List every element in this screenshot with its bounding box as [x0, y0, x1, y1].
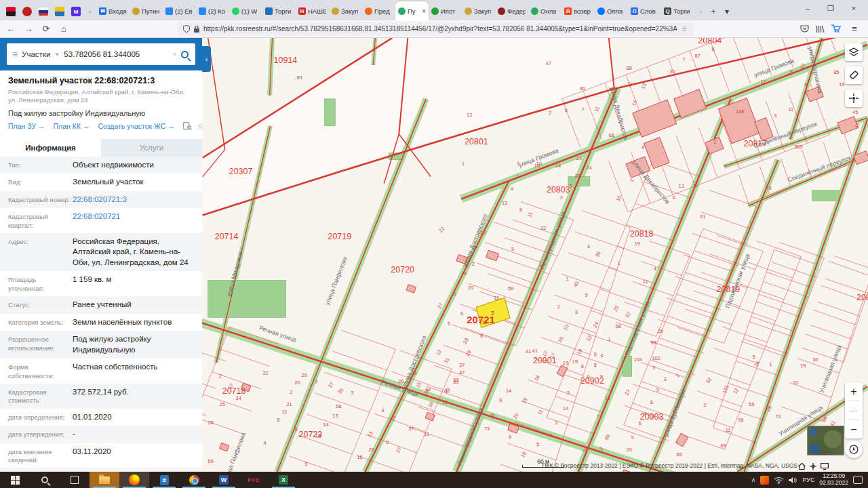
quarter-label-20818[interactable]: 20818: [630, 229, 654, 239]
tray-chevron-icon[interactable]: ∧: [751, 476, 756, 483]
taskbar-app-firefox[interactable]: [119, 472, 149, 488]
search-bar[interactable]: ≡ Участки ▼ 53.782056 81.344005 ×: [7, 43, 195, 65]
taskbar-app-chrome[interactable]: [179, 472, 209, 488]
wifi-icon[interactable]: [774, 476, 784, 484]
pinned-tab-0[interactable]: [3, 3, 19, 20]
quarter-label-20901[interactable]: 20901: [533, 356, 557, 365]
fullscreen-icon[interactable]: [821, 463, 829, 470]
browser-tab-5[interactable]: Торги: [262, 1, 296, 20]
taskbar-app-word[interactable]: W: [209, 472, 239, 488]
notification-center-icon[interactable]: [853, 476, 863, 484]
clear-search-icon[interactable]: ×: [173, 50, 177, 58]
chevron-down-icon[interactable]: ▼: [54, 52, 60, 58]
locate-button[interactable]: [845, 89, 863, 107]
sidebar-collapse-button[interactable]: ‹: [202, 46, 211, 72]
menu-icon[interactable]: ≡: [848, 24, 861, 34]
browser-tab-12[interactable]: Федер: [495, 1, 528, 20]
action-link-2[interactable]: Создать участок ЖС →: [98, 122, 174, 130]
action-link-0[interactable]: План ЗУ →: [8, 122, 45, 130]
quarter-label-20307[interactable]: 20307: [229, 167, 253, 176]
home-icon[interactable]: [798, 463, 806, 470]
search-input[interactable]: 53.782056 81.344005: [64, 50, 168, 58]
close-button[interactable]: ×: [842, 0, 865, 16]
browser-tab-17[interactable]: QТорги: [661, 1, 694, 20]
quarter-label-20723[interactable]: 20723: [299, 430, 323, 439]
quarter-label-20719[interactable]: 20719: [328, 232, 351, 241]
tab-information[interactable]: Информация: [0, 139, 101, 157]
bookmark-star-icon[interactable]: ☆: [681, 24, 688, 33]
tray-app-icon[interactable]: [760, 476, 769, 485]
browser-tab-2[interactable]: (2) Ев: [163, 1, 196, 20]
browser-tab-7[interactable]: Закуп: [329, 1, 362, 20]
browser-tab-16[interactable]: ПСлов: [628, 1, 661, 20]
layers-button[interactable]: [845, 43, 863, 61]
cart-extension-icon[interactable]: [831, 24, 841, 33]
reload-button[interactable]: ⟳: [39, 24, 53, 34]
quarter-label-10914[interactable]: 10914: [274, 56, 298, 65]
browser-tab-0[interactable]: ✉Входя: [96, 1, 130, 20]
quarter-label-20801[interactable]: 20801: [465, 137, 488, 146]
browser-tab-4[interactable]: (1) W: [229, 1, 262, 20]
browser-tab-13[interactable]: Онла: [528, 1, 561, 20]
taskbar-app-calculator[interactable]: ≣: [149, 472, 179, 488]
menu-hamburger-icon[interactable]: ≡: [12, 49, 18, 60]
browser-tab-9[interactable]: Пу×: [395, 1, 429, 20]
browser-tab-14[interactable]: Явозвр: [561, 1, 595, 20]
back-button[interactable]: ←: [4, 24, 18, 34]
quarter-label-20714[interactable]: 20714: [215, 232, 239, 241]
volume-icon[interactable]: [789, 476, 797, 484]
pinned-tab-2[interactable]: [35, 3, 52, 20]
library-icon[interactable]: [816, 25, 825, 33]
row-value[interactable]: 22:68:020721: [73, 211, 194, 230]
favorite-star-icon[interactable]: ☆: [197, 122, 202, 131]
compass-button[interactable]: [845, 441, 863, 458]
search-icon[interactable]: [181, 51, 189, 58]
home-button[interactable]: ⌂: [57, 24, 71, 34]
tab-scroll-left-icon[interactable]: ‹: [84, 3, 96, 20]
quarter-label-20903[interactable]: 20903: [640, 412, 664, 422]
taskbar-app-excel[interactable]: X: [269, 472, 298, 488]
doc-search-icon[interactable]: [183, 122, 192, 130]
browser-tab-10[interactable]: Ипот: [429, 1, 462, 20]
quarter-label-20804[interactable]: 20804: [698, 38, 722, 45]
url-bar[interactable]: https://pkk.rosreestr.ru/#/search/53.782…: [178, 22, 693, 36]
lock-icon[interactable]: [194, 26, 199, 33]
tab-services[interactable]: Услуги: [101, 139, 202, 157]
quarter-label-20718[interactable]: 20718: [222, 386, 246, 396]
task-view-button[interactable]: [60, 472, 90, 488]
browser-tab-6[interactable]: ННАШЕ ВОСПИ: [296, 1, 329, 20]
quarter-label-20720[interactable]: 20720: [391, 265, 414, 274]
action-link-1[interactable]: План КК →: [54, 122, 90, 130]
tab-close-icon[interactable]: ×: [422, 7, 426, 15]
map-canvas[interactable]: 3474626711881013143078786841382123111410…: [202, 38, 868, 472]
zoom-in-button[interactable]: +: [845, 382, 863, 401]
browser-tab-3[interactable]: (2) Ко: [196, 1, 229, 20]
extent-icon[interactable]: [810, 463, 816, 470]
basemap-thumbnail[interactable]: [807, 426, 844, 455]
start-button[interactable]: [0, 472, 30, 488]
quarter-label-20820[interactable]: 20820: [856, 293, 868, 302]
measure-button[interactable]: [845, 66, 863, 84]
url-text[interactable]: https://pkk.rosreestr.ru/#/search/53.782…: [203, 25, 677, 33]
quarter-label-20721[interactable]: 20721: [467, 314, 495, 325]
search-category-select[interactable]: Участки: [22, 50, 50, 58]
tab-scroll-right-icon[interactable]: ›: [694, 3, 707, 20]
clock[interactable]: 12:25:09 02.03.2022: [819, 473, 848, 487]
zoom-more-button[interactable]: ···: [845, 401, 863, 420]
taskbar-app-explorer[interactable]: [90, 472, 119, 488]
pinned-tab-1[interactable]: [19, 3, 35, 20]
browser-tab-15[interactable]: Опла: [595, 1, 628, 20]
pocket-icon[interactable]: [800, 25, 809, 33]
language-indicator[interactable]: РУС: [802, 476, 814, 483]
tab-list-button[interactable]: ▾: [720, 3, 734, 20]
cadastral-map[interactable]: 3474626711881013143078786841382123111410…: [202, 38, 868, 472]
shield-icon[interactable]: [183, 25, 190, 33]
new-tab-button[interactable]: +: [707, 3, 720, 20]
row-value[interactable]: 22:68:020721:3: [73, 195, 194, 205]
browser-tab-11[interactable]: Закуп: [462, 1, 495, 20]
minimize-button[interactable]: –: [796, 0, 819, 16]
maximize-button[interactable]: ❐: [819, 0, 842, 16]
forward-button[interactable]: →: [22, 24, 35, 34]
browser-tab-1[interactable]: Путин: [130, 1, 163, 20]
quarter-label-20902[interactable]: 20902: [580, 376, 604, 386]
